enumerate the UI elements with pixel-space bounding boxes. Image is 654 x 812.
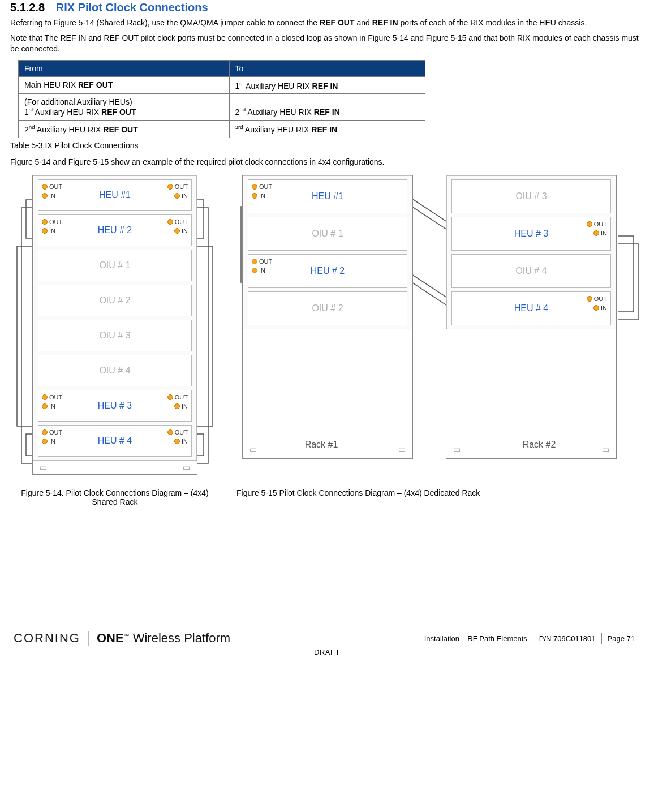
module-label: HEU # 3 xyxy=(98,401,132,411)
oiu-module: OIU # 3 xyxy=(451,179,611,213)
module-label: OIU # 3 xyxy=(515,191,547,201)
module-label: OIU # 4 xyxy=(515,266,547,276)
port-out-label: OUT xyxy=(259,258,272,265)
module-label: HEU # 2 xyxy=(98,225,132,235)
figure-15-caption: Figure 5-15 Pilot Clock Connections Diag… xyxy=(231,488,644,506)
port-out-label: OUT xyxy=(175,394,188,401)
module-label: OIU # 3 xyxy=(99,330,130,341)
port-block: OUT IN xyxy=(42,429,62,445)
module-label: HEU #1 xyxy=(99,190,131,200)
port-block: OUT IN xyxy=(167,394,188,410)
heu-module: HEU # 2 OUT IN xyxy=(248,254,407,288)
port-block: OUT IN xyxy=(252,258,272,274)
figure-14-caption: Figure 5-14. Pilot Clock Connections Dia… xyxy=(10,488,220,506)
port-in-label: IN xyxy=(182,192,188,199)
port-in-icon xyxy=(42,193,48,199)
port-block: OUT IN xyxy=(42,183,62,199)
figures-row: HEU #1 OUT IN OUT IN HEU # 2 OUT IN OUT … xyxy=(10,175,644,475)
heu-module: HEU #1 OUT IN xyxy=(248,179,407,213)
footer-pn: P/N 709C011801 xyxy=(533,633,601,644)
port-out-label: OUT xyxy=(175,218,188,225)
port-in-label: IN xyxy=(49,227,55,234)
table-header-to: To xyxy=(229,60,425,76)
port-in-icon xyxy=(252,268,257,273)
port-in-icon xyxy=(252,193,257,199)
port-out-icon xyxy=(587,221,592,227)
footer-crumb: Installation – RF Path Elements xyxy=(419,633,533,644)
port-in-label: IN xyxy=(259,267,265,274)
connections-table: From To Main HEU RIX REF OUT 1st Auxilia… xyxy=(18,60,425,138)
port-out-icon xyxy=(167,394,173,400)
port-out-icon xyxy=(587,296,592,302)
port-in-icon xyxy=(174,439,180,444)
port-in-icon xyxy=(42,439,48,444)
port-out-icon xyxy=(42,219,48,225)
module-label: OIU # 4 xyxy=(99,366,130,376)
heu-module: HEU # 2 OUT IN OUT IN xyxy=(38,214,192,246)
port-out-icon xyxy=(167,429,173,435)
port-in-label: IN xyxy=(49,403,55,410)
table-row: (For additional Auxiliary HEUs) 1st Auxi… xyxy=(19,94,425,121)
module-label: HEU #1 xyxy=(312,191,343,201)
port-block: OUT IN xyxy=(587,221,607,237)
port-in-icon xyxy=(174,228,180,234)
port-out-label: OUT xyxy=(49,429,62,436)
heu-module: HEU # 4 OUT IN OUT IN xyxy=(38,425,192,457)
rack2-label: Rack #2 xyxy=(446,440,633,450)
port-in-label: IN xyxy=(259,192,265,199)
table-row: Main HEU RIX REF OUT 1st Auxiliary HEU R… xyxy=(19,76,425,94)
port-in-icon xyxy=(42,403,48,409)
port-in-label: IN xyxy=(182,403,188,410)
port-out-label: OUT xyxy=(175,429,188,436)
port-out-icon xyxy=(167,219,173,225)
port-in-label: IN xyxy=(182,227,188,234)
port-out-icon xyxy=(167,184,173,190)
port-out-label: OUT xyxy=(175,183,188,190)
port-in-icon xyxy=(593,305,599,311)
port-in-label: IN xyxy=(601,230,607,237)
port-in-label: IN xyxy=(49,438,55,445)
port-block: OUT IN xyxy=(587,295,607,311)
port-out-icon xyxy=(252,259,257,264)
port-out-label: OUT xyxy=(49,394,62,401)
module-label: OIU # 2 xyxy=(99,295,130,306)
port-in-icon xyxy=(174,193,180,199)
heu-module: HEU # 3 OUT IN xyxy=(451,217,611,251)
port-in-label: IN xyxy=(182,438,188,445)
port-block: OUT IN xyxy=(167,183,188,199)
module-label: OIU # 1 xyxy=(312,229,343,239)
port-in-icon xyxy=(593,230,599,236)
page-footer: CORNING ONE™ Wireless Platform Installat… xyxy=(10,631,644,646)
oiu-module: OIU # 2 xyxy=(38,285,192,316)
section-heading: 5.1.2.8 RIX Pilot Clock Connections xyxy=(10,1,644,14)
rack1-label: Rack #1 xyxy=(231,440,412,450)
port-block: OUT IN xyxy=(252,183,272,199)
port-out-icon xyxy=(42,429,48,435)
table-header-from: From xyxy=(19,60,230,76)
heu-module: HEU # 4 OUT IN xyxy=(451,291,611,325)
paragraph-1: Referring to Figure 5-14 (Shared Rack), … xyxy=(10,18,644,28)
module-label: HEU # 4 xyxy=(98,436,132,446)
brand-logo: CORNING ONE™ Wireless Platform xyxy=(14,631,230,646)
module-label: OIU # 1 xyxy=(99,260,130,270)
port-out-icon xyxy=(252,184,257,190)
module-label: HEU # 4 xyxy=(514,303,548,313)
port-block: OUT IN xyxy=(42,394,62,410)
port-out-label: OUT xyxy=(259,183,272,190)
oiu-module: OIU # 4 xyxy=(451,254,611,288)
table-row: 2nd Auxiliary HEU RIX REF OUT 3rd Auxili… xyxy=(19,120,425,138)
figure-shared-rack: HEU #1 OUT IN OUT IN HEU # 2 OUT IN OUT … xyxy=(10,175,220,475)
oiu-module: OIU # 2 xyxy=(248,291,407,325)
port-in-icon xyxy=(42,228,48,234)
table-caption: Table 5-3.IX Pilot Clock Connections xyxy=(10,140,644,151)
rack-foot-icon: ▭ xyxy=(183,463,190,472)
heu-module: HEU # 3 OUT IN OUT IN xyxy=(38,390,192,422)
paragraph-2: Note that The REF IN and REF OUT pilot c… xyxy=(10,33,644,54)
port-out-label: OUT xyxy=(594,295,607,302)
oiu-module: OIU # 1 xyxy=(38,250,192,281)
section-number: 5.1.2.8 xyxy=(10,1,45,14)
port-out-icon xyxy=(42,184,48,190)
footer-page: Page 71 xyxy=(601,633,640,644)
port-block: OUT IN xyxy=(167,429,188,445)
port-in-icon xyxy=(174,403,180,409)
